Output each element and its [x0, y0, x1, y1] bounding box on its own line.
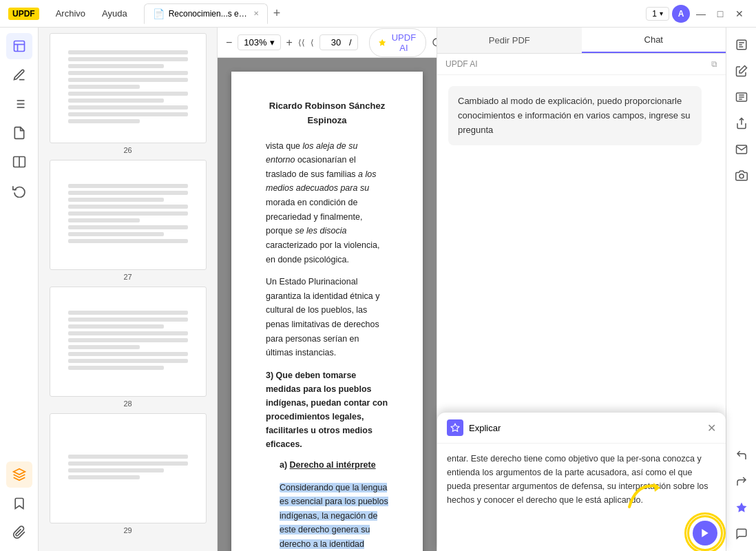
thumb-item-27[interactable]: 27 [44, 160, 211, 281]
thumb-line [68, 64, 164, 68]
user-avatar[interactable]: A [672, 5, 690, 23]
ai-panel: Pedir PDF Chat UPDF AI ⧉ Cambiado al mod… [437, 28, 726, 551]
page-separator: / [349, 37, 352, 48]
menu-archivo[interactable]: Archivo [50, 6, 91, 21]
pdf-content[interactable]: Ricardo Robinson Sánchez Espinoza vista … [218, 58, 437, 551]
minimize-button[interactable]: — [693, 6, 709, 22]
ai-panel-label: UPDF AI [445, 59, 478, 69]
rs-icon-share[interactable] [730, 112, 753, 135]
sidebar-icon-compare[interactable] [6, 149, 32, 175]
pdf-page: Ricardo Robinson Sánchez Espinoza vista … [231, 72, 423, 551]
ai-star-icon [735, 501, 748, 514]
send-button[interactable] [693, 521, 717, 545]
maximize-button[interactable]: □ [712, 6, 728, 22]
thumb-line [68, 98, 164, 103]
chevron-down-icon[interactable]: ▾ [660, 10, 663, 17]
thumb-item-29[interactable]: 29 [44, 413, 211, 534]
rs-icon-ai[interactable] [730, 496, 753, 519]
ai-button-label: UPDF AI [390, 32, 417, 53]
thumb-line [68, 239, 188, 243]
svg-point-22 [739, 174, 744, 178]
thumb-line [68, 455, 188, 459]
pdf-paragraph-2: Un Estado Plurinacional garantiza la ide… [266, 275, 388, 360]
sidebar-icon-attachment[interactable] [6, 519, 32, 545]
thumb-line [68, 345, 140, 349]
pdf-heading-3: 3) Que deben tomarse medidas para los pu… [266, 368, 388, 451]
thumb-line [68, 331, 188, 335]
rs-icon-form[interactable] [730, 85, 753, 109]
sidebar-icon-annotate[interactable] [6, 62, 32, 88]
nav-prev-button[interactable]: ⟨ [311, 33, 314, 52]
thumb-line [68, 232, 164, 236]
rs-icon-mail[interactable] [730, 138, 753, 161]
thumb-page-number: 27 [123, 273, 132, 281]
thumb-line [68, 78, 188, 82]
rs-icon-ocr[interactable] [730, 33, 753, 56]
sidebar-icon-rotate[interactable] [6, 178, 32, 204]
updf-ai-button[interactable]: UPDF AI [369, 28, 426, 57]
svg-marker-12 [379, 39, 386, 45]
ai-panel-header: UPDF AI ⧉ [437, 54, 726, 75]
zoom-out-button[interactable]: − [226, 33, 232, 52]
close-button[interactable]: ✕ [731, 6, 748, 22]
left-sidebar [0, 28, 39, 551]
page-number-input[interactable]: 30 [326, 37, 346, 48]
menu-ayuda[interactable]: Ayuda [96, 6, 133, 21]
rs-icon-redo[interactable] [730, 470, 753, 493]
thumb-line [68, 338, 188, 342]
explicar-close-button[interactable]: ✕ [707, 422, 716, 435]
thumb-item-28[interactable]: 28 [44, 287, 211, 408]
thumbnail-panel[interactable]: 26 27 [39, 28, 218, 551]
tab-pedir-pdf[interactable]: Pedir PDF [437, 28, 582, 53]
svg-marker-11 [13, 469, 25, 475]
pdf-paragraph-1: vista que los aleja de su entorno ocasio… [266, 139, 388, 267]
tab-document[interactable]: 📄 Reconocimien...s en el Perú ✕ [144, 3, 268, 24]
new-tab-button[interactable]: + [269, 6, 285, 21]
thumb-line [68, 318, 188, 322]
thumb-preview-28 [50, 287, 207, 397]
main-area: 26 27 [0, 28, 756, 551]
thumb-line [68, 57, 188, 61]
thumb-line [68, 359, 188, 363]
thumb-line [68, 184, 188, 188]
rs-icon-undo[interactable] [730, 444, 753, 467]
thumb-line [68, 50, 188, 54]
thumb-line [68, 191, 188, 195]
thumb-line [68, 211, 188, 216]
tab-title: Reconocimien...s en el Perú [169, 9, 249, 19]
zoom-display[interactable]: 103% ▾ [238, 34, 280, 50]
search-button[interactable] [432, 33, 437, 52]
app-logo: UPDF [8, 8, 39, 20]
ai-message-area: Cambiado al modo de explicación, puedo p… [437, 75, 726, 412]
svg-marker-17 [702, 529, 708, 537]
thumb-line [68, 205, 188, 209]
sidebar-icon-bookmark[interactable] [6, 490, 32, 517]
page-num: 1 [652, 9, 657, 19]
right-sidebar [726, 28, 756, 551]
tab-close-btn[interactable]: ✕ [253, 10, 259, 17]
rs-icon-chat[interactable] [730, 522, 753, 545]
svg-rect-0 [14, 41, 24, 52]
pdf-author: Ricardo Robinson Sánchez Espinoza [266, 99, 388, 128]
rs-icon-signature[interactable] [730, 59, 753, 83]
thumb-page-number: 28 [123, 399, 132, 408]
thumb-item-26[interactable]: 26 [44, 33, 211, 154]
sidebar-icon-pages[interactable] [6, 33, 32, 59]
svg-marker-19 [739, 66, 747, 74]
thumb-line [68, 468, 164, 472]
sidebar-icon-layers[interactable] [6, 461, 32, 488]
sidebar-icon-note[interactable] [6, 120, 32, 146]
nav-first-button[interactable]: ⟨⟨ [298, 33, 305, 52]
zoom-in-button[interactable]: + [286, 33, 293, 52]
explicar-footer [437, 515, 726, 551]
zoom-dropdown-icon: ▾ [270, 37, 275, 48]
titlebar-controls: 1 ▾ A — □ ✕ [646, 5, 748, 23]
thumb-line [68, 71, 188, 75]
tab-chat[interactable]: Chat [582, 28, 726, 53]
rs-icon-camera[interactable] [730, 164, 753, 187]
thumb-line [68, 198, 164, 202]
sidebar-icon-list[interactable] [6, 91, 32, 117]
send-icon [700, 528, 711, 539]
search-icon [432, 37, 437, 48]
copy-icon[interactable]: ⧉ [711, 59, 717, 69]
